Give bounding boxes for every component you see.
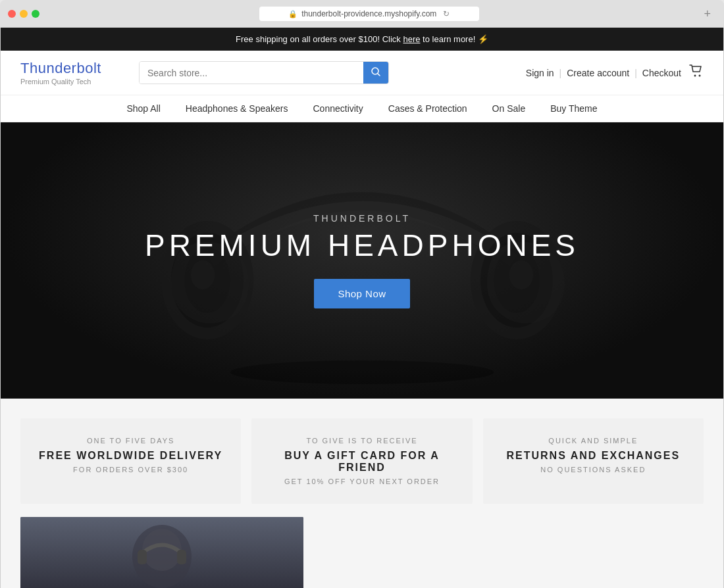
nav-item-connectivity[interactable]: Connectivity xyxy=(311,95,366,122)
info-cards-section: One to Five Days Free Worldwide Delivery… xyxy=(1,399,723,517)
announcement-text-before: Free shipping on all orders over $100! C… xyxy=(236,34,403,44)
product-preview-image[interactable] xyxy=(20,517,303,588)
gift-eyebrow: To Give Is to Receive xyxy=(265,437,459,445)
create-account-link[interactable]: Create account xyxy=(567,68,629,78)
logo-tagline: Premium Quality Tech xyxy=(20,78,126,86)
hero-title: Premium Headphones xyxy=(145,228,579,263)
svg-point-3 xyxy=(699,75,701,77)
logo-text[interactable]: Thunderbolt xyxy=(20,60,126,77)
announcement-link[interactable]: here xyxy=(403,34,420,44)
product-preview-svg xyxy=(20,517,303,588)
svg-rect-17 xyxy=(177,550,186,564)
hero-brand-label: Thunderbolt xyxy=(145,213,579,224)
bottom-preview xyxy=(1,517,723,588)
address-bar[interactable]: 🔒 thunderbolt-providence.myshopify.com ↻ xyxy=(259,7,479,21)
delivery-eyebrow: One to Five Days xyxy=(34,437,228,445)
refresh-icon[interactable]: ↻ xyxy=(443,9,450,18)
browser-dots xyxy=(8,10,39,18)
logo-area: Thunderbolt Premium Quality Tech xyxy=(20,60,126,86)
signin-link[interactable]: Sign in xyxy=(526,68,554,78)
search-button[interactable] xyxy=(363,62,388,84)
announcement-bar: Free shipping on all orders over $100! C… xyxy=(1,28,723,51)
info-card-returns: Quick and Simple Returns and Exchanges N… xyxy=(483,418,704,504)
divider-2: | xyxy=(634,68,637,78)
announcement-text-after: to learn more! ⚡ xyxy=(420,34,488,44)
divider-1: | xyxy=(559,68,562,78)
new-tab-button[interactable]: + xyxy=(698,7,716,21)
site-nav: Shop All Headphones & Speakers Connectiv… xyxy=(1,95,723,122)
gift-title: Buy a Gift Card for a Friend xyxy=(265,450,459,474)
maximize-dot[interactable] xyxy=(32,10,39,18)
search-input[interactable] xyxy=(140,62,363,84)
returns-subtitle: No Questions Asked xyxy=(496,466,690,474)
nav-item-buy-theme[interactable]: Buy Theme xyxy=(548,95,600,122)
site-wrapper: Free shipping on all orders over $100! C… xyxy=(0,28,724,588)
site-header: Thunderbolt Premium Quality Tech Sign in… xyxy=(1,51,723,95)
svg-point-2 xyxy=(694,75,696,77)
nav-item-shop-all[interactable]: Shop All xyxy=(124,95,163,122)
shop-now-button[interactable]: Shop Now xyxy=(314,279,409,308)
nav-item-cases[interactable]: Cases & Protection xyxy=(386,95,470,122)
info-card-gift: To Give Is to Receive Buy a Gift Card fo… xyxy=(251,418,472,504)
nav-item-headphones[interactable]: Headphones & Speakers xyxy=(183,95,291,122)
delivery-subtitle: For Orders Over $300 xyxy=(34,466,228,474)
browser-chrome: 🔒 thunderbolt-providence.myshopify.com ↻… xyxy=(0,0,724,28)
search-bar xyxy=(139,61,389,84)
svg-point-12 xyxy=(230,360,494,384)
cart-icon[interactable] xyxy=(689,64,704,81)
header-actions: Sign in | Create account | Checkout xyxy=(526,64,704,81)
cart-svg xyxy=(689,64,704,78)
hero-content: Thunderbolt Premium Headphones Shop Now xyxy=(145,213,579,308)
close-dot[interactable] xyxy=(8,10,16,18)
delivery-title: Free Worldwide Delivery xyxy=(34,450,228,462)
returns-eyebrow: Quick and Simple xyxy=(496,437,690,445)
url-text: thunderbolt-providence.myshopify.com xyxy=(301,9,436,18)
svg-line-1 xyxy=(378,74,380,76)
nav-item-on-sale[interactable]: On Sale xyxy=(490,95,529,122)
search-icon xyxy=(371,67,380,76)
svg-rect-16 xyxy=(138,550,147,564)
gift-subtitle: Get 10% Off Your Next Order xyxy=(265,478,459,485)
info-card-delivery: One to Five Days Free Worldwide Delivery… xyxy=(20,418,241,504)
checkout-link[interactable]: Checkout xyxy=(642,68,681,78)
lock-icon: 🔒 xyxy=(288,10,297,18)
browser-titlebar: 🔒 thunderbolt-providence.myshopify.com ↻… xyxy=(0,7,724,28)
minimize-dot[interactable] xyxy=(20,10,28,18)
hero-section: Thunderbolt Premium Headphones Shop Now xyxy=(1,122,723,399)
returns-title: Returns and Exchanges xyxy=(496,450,690,462)
